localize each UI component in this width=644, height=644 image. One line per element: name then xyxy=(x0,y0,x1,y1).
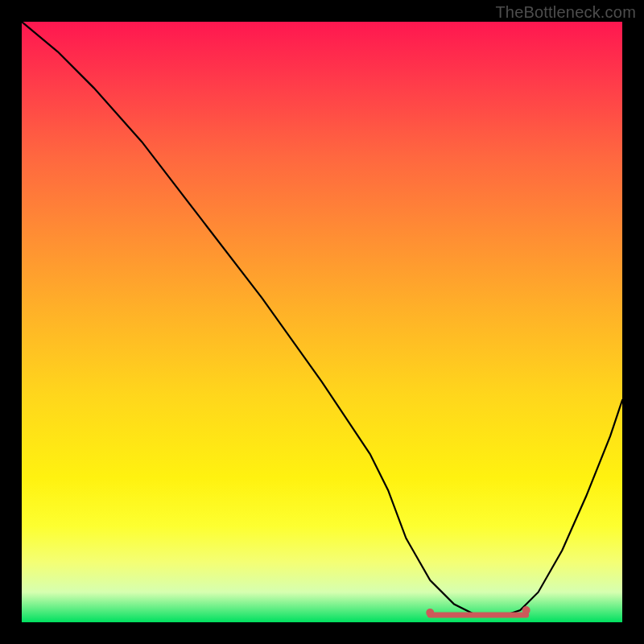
chart-svg xyxy=(22,22,622,622)
bottleneck-curve-line xyxy=(22,22,622,617)
plot-area xyxy=(22,22,622,622)
optimal-range-start-dot xyxy=(426,609,434,617)
chart-frame: TheBottleneck.com xyxy=(0,0,644,644)
watermark-text: TheBottleneck.com xyxy=(495,3,636,22)
optimal-range-end-dot xyxy=(522,606,530,614)
